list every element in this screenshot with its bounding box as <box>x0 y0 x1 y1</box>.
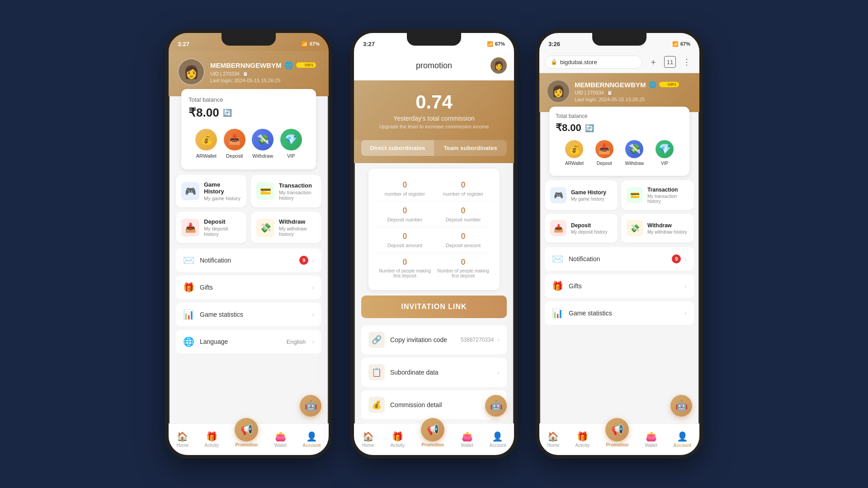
phone1-uid: UID | 270334 📋 <box>210 71 320 77</box>
activity-icon: 🎁 <box>577 431 588 442</box>
notification-badge: 9 <box>299 256 308 265</box>
phone3-nav-activity[interactable]: 🎁 Activity <box>572 429 594 450</box>
phone3-uid: UID | 270334 📋 <box>575 90 692 96</box>
wallet-icon: 👛 <box>275 431 286 442</box>
phone3-arwallet-btn[interactable]: 💰 ARWallet <box>565 140 584 166</box>
phone3-deposit-card[interactable]: 📥 Deposit My deposit history <box>545 214 618 243</box>
deposit-history-icon: 📥 <box>181 219 199 237</box>
home-icon: 🏠 <box>177 431 188 442</box>
promotion-label: Promotion <box>235 442 258 447</box>
phone1-withdraw-btn[interactable]: 💸 Withdraw <box>252 129 274 159</box>
deposit-label: Deposit <box>597 161 612 166</box>
copy-icon[interactable]: 📋 <box>607 90 613 96</box>
account-icon: 👤 <box>492 431 503 442</box>
language-chevron: › <box>312 338 314 345</box>
phone2-stat-row-1: 0 number of register 0 number of registe… <box>376 176 492 202</box>
phone2-tab-team[interactable]: Team subordinates <box>434 140 507 156</box>
phone2-time: 3:27 <box>363 41 375 47</box>
promotion-circle: 📢 <box>235 418 258 441</box>
phone1-menu-list: ✉️ Notification 9 › 🎁 Gifts › 📊 Game sta… <box>169 249 329 361</box>
notification-label: Notification <box>569 255 672 263</box>
phone3-menu-btn[interactable]: ⋮ <box>679 55 694 69</box>
phone1-vip-btn[interactable]: 💎 VIP <box>280 129 302 159</box>
gifts-label: Gifts <box>200 284 312 291</box>
phone3-vip-btn[interactable]: 💎 VIP <box>656 140 674 166</box>
phone2-invite-btn[interactable]: INVITATION LINK <box>361 296 507 318</box>
language-icon: 🌐 <box>183 336 194 347</box>
transaction-sub: My transaction history <box>279 190 316 201</box>
promotion-label: Promotion <box>421 442 444 447</box>
phone2-subordinate-data-item[interactable]: 📋 Subordinate data › <box>361 358 507 387</box>
phone3-time: 3:26 <box>548 41 560 47</box>
phone1-time: 3:27 <box>178 41 189 47</box>
phone2-nav-home[interactable]: 🏠 Home <box>359 429 378 450</box>
phone2-nav-promotion[interactable]: 📢 Promotion <box>417 416 448 449</box>
phone2-nav-activity[interactable]: 🎁 Activity <box>387 429 409 450</box>
phone1-nav-activity[interactable]: 🎁 Activity <box>201 429 223 450</box>
phone1-balance-label: Total balance <box>189 96 309 103</box>
gifts-chevron: › <box>684 282 687 290</box>
arwallet-icon: 💰 <box>565 140 583 158</box>
phone3-notification-item[interactable]: ✉️ Notification 9 › <box>545 247 694 271</box>
phone1-nav-wallet[interactable]: 👛 Wallet <box>271 429 290 450</box>
phone2-copy-invite-item[interactable]: 🔗 Copy invitation code 53887270334 › <box>361 325 507 354</box>
phone1-arwallet-btn[interactable]: 💰 ARWallet <box>195 129 217 159</box>
phone3-withdraw-card[interactable]: 💸 Withdraw My withdraw history <box>621 214 694 243</box>
game-history-title: Game History <box>571 189 606 196</box>
withdraw-title: Withdraw <box>279 218 316 225</box>
phone1-notification-item[interactable]: ✉️ Notification 9 › <box>176 249 321 272</box>
copy-icon[interactable]: 📋 <box>242 71 249 77</box>
phone1-status-icons: 📶 67% <box>302 41 320 47</box>
phone1-nav-account[interactable]: 👤 Account <box>299 429 324 450</box>
phone1-withdraw-card[interactable]: 💸 Withdraw My withdraw history <box>251 212 321 243</box>
phone1-refresh-icon[interactable]: 🔄 <box>223 108 232 117</box>
withdraw-sub: My withdraw history <box>647 230 687 235</box>
phone2-commission-label: Yesterday's total commission <box>363 115 505 122</box>
phone1-support-btn[interactable]: 🤖 <box>300 395 321 417</box>
gifts-chevron: › <box>312 284 314 291</box>
phone1-stats-item[interactable]: 📊 Game statistics › <box>176 303 321 326</box>
phone3-nav-promotion[interactable]: 📢 Promotion <box>602 416 632 449</box>
gifts-icon: 🎁 <box>552 281 563 291</box>
phone2-tab-direct[interactable]: Direct subordinates <box>361 140 434 156</box>
phone1-language-item[interactable]: 🌐 Language English › <box>176 330 321 353</box>
phone3-gifts-item[interactable]: 🎁 Gifts › <box>545 274 694 298</box>
phone2-stat-register-team: 0 number of register <box>443 180 483 197</box>
phone3-nav-wallet[interactable]: 👛 Wallet <box>642 429 661 450</box>
phone3-deposit-btn[interactable]: 📥 Deposit <box>595 140 613 166</box>
phone3-support-btn[interactable]: 🤖 <box>670 395 692 417</box>
phone3-transaction-card[interactable]: 💳 Transaction My transaction history <box>621 180 694 210</box>
home-label: Home <box>547 443 560 448</box>
phone2-nav-account[interactable]: 👤 Account <box>486 429 509 450</box>
phone3-new-tab-btn[interactable]: ＋ <box>646 55 660 69</box>
phone2-support-btn[interactable]: 🤖 <box>485 395 507 417</box>
phone3-stats-item[interactable]: 📊 Game statistics › <box>545 301 694 325</box>
phone2-stat-deposit-num-direct: 0 Deposit number <box>387 206 423 222</box>
phone3-url-bar[interactable]: 🔒 bigdubai.store <box>545 56 642 69</box>
phone2-tab-direct-label: Direct subordinates <box>365 145 430 151</box>
globe-icon: 🌐 <box>284 61 293 70</box>
phone2-nav-wallet[interactable]: 👛 Wallet <box>457 429 476 450</box>
phone1-nav-promotion[interactable]: 📢 Promotion <box>231 416 262 449</box>
vip-label: VIP <box>661 161 668 166</box>
phone3-nav-home[interactable]: 🏠 Home <box>544 429 563 450</box>
phone1-gifts-item[interactable]: 🎁 Gifts › <box>176 276 321 299</box>
vip-icon: 💎 <box>280 129 302 150</box>
phone1-nav-home[interactable]: 🏠 Home <box>173 429 193 450</box>
phone3-game-history-card[interactable]: 🎮 Game History My game history <box>545 180 618 210</box>
arwallet-label: ARWallet <box>565 161 584 166</box>
wallet-icon: 👛 <box>462 431 473 442</box>
phone1-deposit-card[interactable]: 📥 Deposit My deposit history <box>176 212 246 243</box>
phone3-nav-account[interactable]: 👤 Account <box>670 429 695 450</box>
phone1-bottom-nav: 🏠 Home 🎁 Activity 📢 Promotion 👛 Wallet 👤… <box>169 423 329 455</box>
phone1-balance-amount: ₹8.00 🔄 <box>189 106 309 120</box>
phone1: 3:27 📶 67% 👩 MEMBERNNGEWBYM 🌐 ⭐ VIP1 <box>165 29 332 459</box>
stats-label: Game statistics <box>200 311 312 318</box>
phone3-refresh-icon[interactable]: 🔄 <box>585 124 594 132</box>
phone3-tabs-btn[interactable]: 11 <box>664 56 676 68</box>
phone3-withdraw-btn[interactable]: 💸 Withdraw <box>625 140 644 166</box>
phone1-transaction-card[interactable]: 💳 Transaction My transaction history <box>251 175 321 207</box>
game-history-icon: 🎮 <box>181 182 199 200</box>
phone1-deposit-btn[interactable]: 📥 Deposit <box>224 129 245 159</box>
phone1-game-history-card[interactable]: 🎮 Game History My game history <box>176 175 246 207</box>
